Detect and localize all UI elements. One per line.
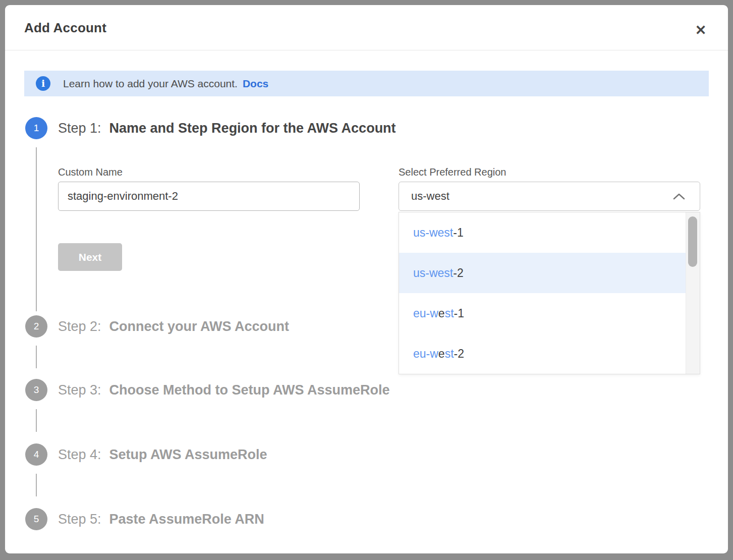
- region-option-us-west-2[interactable]: us-west-2: [399, 253, 686, 293]
- step-2-prefix: Step 2:: [58, 319, 101, 334]
- option-match-text: eu-w: [413, 347, 438, 360]
- step-3-header: 3 Step 3:Choose Method to Setup AWS Assu…: [25, 379, 390, 401]
- region-option-eu-west-2[interactable]: eu-west-2: [399, 333, 686, 374]
- region-select-value: us-west: [411, 190, 672, 203]
- dropdown-scrollbar-thumb[interactable]: [688, 216, 697, 267]
- step-5-name: Paste AssumeRole ARN: [109, 512, 264, 527]
- dropdown-scrollbar-track[interactable]: [686, 212, 700, 374]
- step-2-name: Connect your AWS Account: [109, 319, 290, 334]
- option-rest-text: e: [438, 347, 445, 360]
- modal-title: Add Account: [24, 20, 106, 36]
- step-1-title: Step 1:Name and Step Region for the AWS …: [58, 121, 396, 136]
- step-2-title: Step 2:Connect your AWS Account: [58, 319, 289, 334]
- region-option-us-west-1[interactable]: us-west-1: [399, 212, 686, 253]
- next-button[interactable]: Next: [58, 243, 122, 271]
- option-rest-text: -2: [454, 347, 464, 360]
- custom-name-label: Custom Name: [58, 166, 123, 178]
- step-1-header: 1 Step 1:Name and Step Region for the AW…: [25, 117, 396, 139]
- close-icon[interactable]: ✕: [691, 20, 711, 40]
- region-option-list: us-west-1 us-west-2 eu-west-1 eu-west-2: [399, 212, 686, 374]
- step-4-indicator: 4: [25, 443, 47, 466]
- custom-name-input[interactable]: [58, 182, 360, 211]
- step-4-header: 4 Step 4:Setup AWS AssumeRole: [25, 443, 267, 466]
- option-rest-text: -2: [453, 266, 463, 279]
- step-connector-4: [36, 474, 37, 496]
- step-4-title: Step 4:Setup AWS AssumeRole: [58, 447, 267, 463]
- step-1-name: Name and Step Region for the AWS Account: [109, 121, 396, 136]
- option-rest-text: -1: [453, 226, 463, 239]
- step-2-header: 2 Step 2:Connect your AWS Account: [25, 315, 289, 338]
- chevron-up-icon[interactable]: [672, 192, 686, 200]
- option-match-text: eu-w: [413, 307, 438, 320]
- step-2-indicator: 2: [25, 315, 47, 338]
- option-match-text: st: [445, 347, 454, 360]
- info-icon: i: [36, 76, 50, 91]
- step-3-name: Choose Method to Setup AWS AssumeRole: [109, 382, 390, 398]
- step-4-name: Setup AWS AssumeRole: [109, 447, 267, 462]
- option-match-text: us-west: [413, 226, 453, 239]
- step-5-title: Step 5:Paste AssumeRole ARN: [58, 512, 264, 527]
- add-account-modal: Add Account ✕ i Learn how to add your AW…: [5, 5, 728, 553]
- step-5-prefix: Step 5:: [58, 512, 101, 527]
- step-connector-1: [36, 147, 37, 311]
- step-4-prefix: Step 4:: [58, 447, 101, 462]
- info-banner: i Learn how to add your AWS account. Doc…: [24, 71, 709, 96]
- option-match-text: us-west: [413, 266, 453, 279]
- region-select[interactable]: us-west: [399, 182, 700, 211]
- step-3-prefix: Step 3:: [58, 382, 101, 398]
- option-rest-text: -1: [454, 307, 464, 320]
- modal-header: Add Account ✕: [5, 5, 728, 50]
- step-5-header: 5 Step 5:Paste AssumeRole ARN: [25, 508, 264, 530]
- step-1-indicator: 1: [25, 117, 47, 139]
- step-3-indicator: 3: [25, 379, 47, 401]
- step-connector-2: [36, 346, 37, 368]
- option-match-text: st: [445, 307, 454, 320]
- step-3-title: Step 3:Choose Method to Setup AWS Assume…: [58, 382, 390, 398]
- region-option-eu-west-1[interactable]: eu-west-1: [399, 293, 686, 333]
- step-5-indicator: 5: [25, 508, 47, 530]
- step-1-prefix: Step 1:: [58, 121, 101, 136]
- docs-link[interactable]: Docs: [243, 78, 268, 90]
- option-rest-text: e: [438, 307, 445, 320]
- region-dropdown: us-west-1 us-west-2 eu-west-1 eu-west-2: [399, 212, 700, 374]
- step-connector-3: [36, 409, 37, 432]
- region-label: Select Preferred Region: [399, 166, 506, 178]
- banner-text: Learn how to add your AWS account.: [63, 78, 238, 90]
